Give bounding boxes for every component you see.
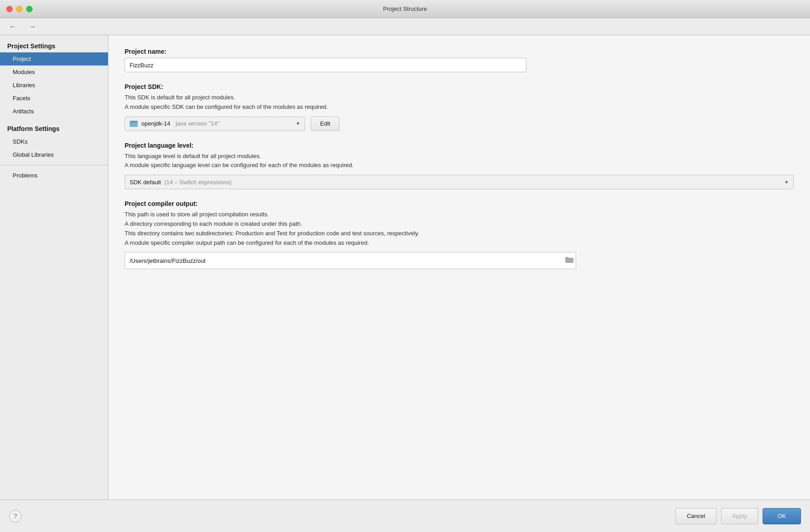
compiler-output-desc: This path is used to store all project c… <box>125 210 794 247</box>
platform-settings-header: Platform Settings <box>0 118 108 135</box>
project-language-level-section: Project language level: This language le… <box>125 142 794 190</box>
window-title: Project Structure <box>383 5 427 12</box>
sdk-dropdown[interactable]: openjdk-14 java version "14" ▼ <box>125 117 305 131</box>
sdk-version: java version "14" <box>174 120 219 127</box>
forward-button[interactable]: → <box>26 22 39 32</box>
bottom-actions: Cancel Apply OK <box>675 508 801 524</box>
sidebar-item-global-libraries[interactable]: Global Libraries <box>0 148 108 161</box>
content-area: Project name: Project SDK: This SDK is d… <box>108 35 810 499</box>
project-compiler-output-section: Project compiler output: This path is us… <box>125 200 794 269</box>
project-settings-header: Project Settings <box>0 35 108 52</box>
bottom-bar: ? Cancel Apply OK <box>0 499 810 532</box>
language-level-dropdown-arrow: ▼ <box>784 180 789 185</box>
ok-button[interactable]: OK <box>763 508 801 524</box>
language-level-dropdown[interactable]: SDK default (14 – Switch expressions) ▼ <box>125 175 794 189</box>
sdk-dropdown-arrow: ▼ <box>296 121 300 126</box>
compiler-output-folder-button[interactable] <box>565 257 573 265</box>
sidebar-item-libraries[interactable]: Libraries <box>0 79 108 92</box>
sidebar-item-modules[interactable]: Modules <box>0 65 108 79</box>
project-name-input[interactable] <box>125 58 526 72</box>
minimize-button[interactable] <box>16 6 23 12</box>
window-controls[interactable] <box>6 6 33 12</box>
sdk-edit-button[interactable]: Edit <box>311 117 340 131</box>
project-language-level-desc: This language level is default for all p… <box>125 152 794 171</box>
project-name-label: Project name: <box>125 48 794 55</box>
close-button[interactable] <box>6 6 13 12</box>
sidebar-item-artifacts[interactable]: Artifacts <box>0 105 108 118</box>
project-language-level-label: Project language level: <box>125 142 794 149</box>
cancel-button[interactable]: Cancel <box>675 508 716 524</box>
svg-rect-1 <box>565 257 568 259</box>
help-button[interactable]: ? <box>9 510 22 523</box>
project-sdk-section: Project SDK: This SDK is default for all… <box>125 83 794 131</box>
sdk-name: openjdk-14 <box>141 120 170 127</box>
back-button[interactable]: ← <box>6 22 19 32</box>
title-bar: Project Structure <box>0 0 810 18</box>
sidebar-divider <box>0 165 108 165</box>
sdk-folder-icon <box>130 121 138 127</box>
main-layout: Project Settings Project Modules Librari… <box>0 35 810 499</box>
compiler-output-input[interactable] <box>125 252 576 269</box>
sidebar-item-project[interactable]: Project <box>0 52 108 65</box>
nav-row: ← → <box>0 18 810 35</box>
apply-button[interactable]: Apply <box>721 508 759 524</box>
sidebar-item-facets[interactable]: Facets <box>0 92 108 105</box>
language-level-value: SDK default <box>130 179 161 186</box>
project-compiler-output-label: Project compiler output: <box>125 200 794 207</box>
sidebar-item-sdks[interactable]: SDKs <box>0 135 108 148</box>
project-sdk-desc1: This SDK is default for all project modu… <box>125 93 794 112</box>
sidebar-item-problems[interactable]: Problems <box>0 169 108 182</box>
sidebar: Project Settings Project Modules Librari… <box>0 35 108 499</box>
maximize-button[interactable] <box>26 6 33 12</box>
project-name-section: Project name: <box>125 48 794 72</box>
language-level-subtext: (14 – Switch expressions) <box>163 179 231 186</box>
project-sdk-label: Project SDK: <box>125 83 794 90</box>
compiler-output-wrapper <box>125 252 576 269</box>
sdk-row: openjdk-14 java version "14" ▼ Edit <box>125 117 794 131</box>
